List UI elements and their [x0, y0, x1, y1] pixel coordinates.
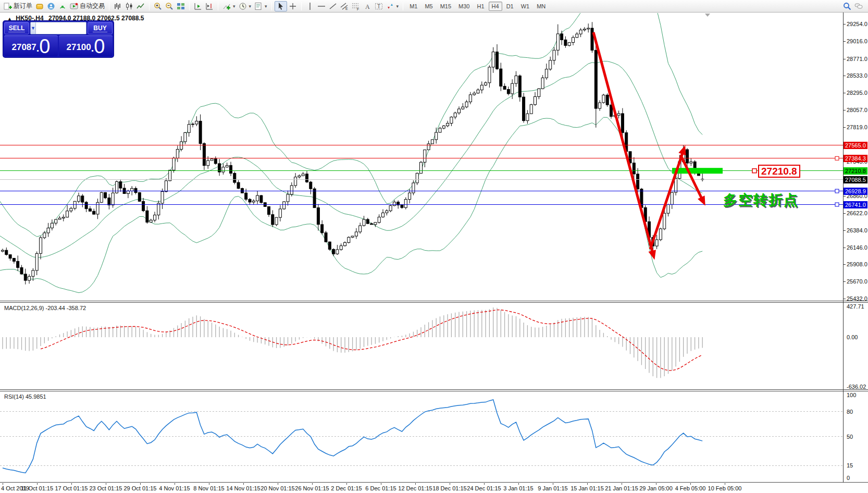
- time-tick: [415, 483, 416, 485]
- horizontal-line-tool-button[interactable]: [316, 1, 327, 11]
- line-chart-button[interactable]: [135, 1, 146, 11]
- time-tick: [622, 483, 622, 485]
- panel-separator[interactable]: [0, 389, 868, 390]
- separator: [149, 2, 150, 10]
- axis-tick: [843, 59, 846, 59]
- tf-button-H1[interactable]: H1: [474, 2, 488, 11]
- chart-shift-button[interactable]: [204, 1, 215, 11]
- candlestick-chart-icon: [125, 2, 133, 10]
- time-tick: [690, 483, 691, 485]
- text-icon: A: [363, 2, 371, 10]
- volume-decrease-button[interactable]: ▼: [31, 22, 36, 34]
- price-tag-label: 27210.8: [758, 165, 800, 178]
- indicators-button[interactable]: ▾: [221, 1, 237, 11]
- panel-separator[interactable]: [0, 391, 868, 391]
- trendline-tool-button[interactable]: [327, 1, 339, 11]
- tf-button-H4[interactable]: H4: [489, 2, 502, 11]
- templates-button[interactable]: ▾: [253, 1, 269, 11]
- auto-scroll-icon: [194, 2, 202, 10]
- auto-scroll-button[interactable]: [192, 1, 204, 11]
- rsi-axis-label: 100: [847, 392, 856, 398]
- community-button[interactable]: [45, 1, 57, 11]
- text-label-icon: T: [375, 2, 383, 10]
- price-axis-label: 25908.0: [847, 261, 867, 267]
- time-axis-label: 3 Jan 01:15: [503, 485, 534, 491]
- buy-button[interactable]: BUY: [88, 22, 113, 34]
- tf-button-M5[interactable]: M5: [421, 2, 436, 11]
- chart-drag-marker: [705, 14, 710, 17]
- crosshair-tool-button[interactable]: [287, 1, 299, 11]
- time-tick: [175, 483, 175, 485]
- periods-button[interactable]: ▾: [237, 1, 253, 11]
- price-axis[interactable]: 29254.029016.028771.028533.028295.028057…: [843, 13, 868, 483]
- time-axis[interactable]: 4 Oct 201911 Oct 01:1517 Oct 01:1523 Oct…: [0, 483, 843, 493]
- tf-button-D1[interactable]: D1: [503, 2, 517, 11]
- vertical-line-tool-button[interactable]: [304, 1, 316, 11]
- line-chart-icon: [137, 2, 145, 10]
- price-axis-label: 25670.0: [847, 278, 867, 285]
- tile-windows-button[interactable]: [175, 1, 187, 11]
- arrows-icon: [386, 2, 394, 10]
- channel-icon: E: [340, 2, 349, 10]
- bar-chart-button[interactable]: [112, 1, 123, 11]
- price-axis-label: 26146.0: [847, 244, 867, 251]
- axis-tick: [843, 281, 846, 282]
- buy-price[interactable]: 27100.0: [59, 35, 113, 56]
- time-axis-label: 18 Dec 01:15: [432, 485, 466, 491]
- text-label-tool-button[interactable]: T: [373, 1, 385, 11]
- volume-input[interactable]: [36, 22, 86, 34]
- panel-separator[interactable]: [0, 302, 868, 303]
- rsi-axis-label: 50: [847, 434, 853, 440]
- time-axis-label: 17 Oct 01:15: [55, 485, 88, 491]
- price-level-label: 26741.0: [844, 201, 867, 208]
- axis-tick: [843, 93, 846, 93]
- cursor-tool-button[interactable]: [275, 1, 287, 11]
- axis-tick: [843, 127, 846, 128]
- tf-button-M15[interactable]: M15: [437, 2, 454, 11]
- tf-button-MN[interactable]: MN: [534, 2, 549, 11]
- panel-separator[interactable]: [0, 301, 868, 301]
- one-click-trade-panel: SELL ▼ ▲ BUY 27087.0 27100.0: [3, 21, 114, 57]
- price-axis-label: 28771.0: [847, 56, 867, 62]
- deposit-button[interactable]: [34, 1, 45, 11]
- zoom-out-button[interactable]: [164, 1, 175, 11]
- price-chart[interactable]: [0, 13, 843, 300]
- tf-button-M1[interactable]: M1: [406, 2, 420, 11]
- sell-price[interactable]: 27087.0: [4, 35, 58, 56]
- price-axis-label: 25432.0: [847, 295, 867, 302]
- chat-icon[interactable]: [854, 2, 863, 10]
- time-axis-label: 2 Dec 01:15: [331, 485, 362, 491]
- time-axis-label: 29 Jan 05:00: [639, 485, 673, 491]
- fibonacci-tool-button[interactable]: F: [350, 1, 362, 11]
- tf-button-W1[interactable]: W1: [518, 2, 533, 11]
- equidistant-channel-tool-button[interactable]: E: [339, 1, 350, 11]
- tf-button-M30[interactable]: M30: [455, 2, 473, 11]
- macd-label: MACD(12,26,9) -203.44 -358.72: [4, 305, 86, 311]
- time-tick: [381, 483, 381, 485]
- candlestick-chart-button[interactable]: [123, 1, 135, 11]
- zoom-out-icon: [165, 2, 173, 10]
- arrows-tool-button[interactable]: ▾: [385, 1, 401, 11]
- time-axis-label: 20 Nov 01:15: [261, 485, 294, 491]
- price-axis-label: 29016.0: [847, 38, 867, 44]
- new-order-label: 新订单: [14, 2, 32, 10]
- separator: [403, 2, 403, 10]
- macd-panel[interactable]: [0, 303, 843, 389]
- time-tick: [106, 483, 106, 485]
- search-icon[interactable]: [843, 2, 851, 10]
- axis-tick: [843, 264, 846, 265]
- sell-button[interactable]: SELL: [4, 22, 29, 34]
- signals-button[interactable]: [57, 1, 68, 11]
- text-tool-button[interactable]: A: [362, 1, 373, 11]
- price-axis-label: 28533.0: [847, 72, 867, 79]
- dropdown-caret: ▾: [265, 4, 267, 9]
- separator: [271, 2, 272, 10]
- indicators-icon: [222, 2, 231, 10]
- new-order-button[interactable]: 新订单: [2, 1, 34, 11]
- time-axis-label: 11 Oct 01:15: [21, 485, 53, 491]
- zoom-in-button[interactable]: [152, 1, 164, 11]
- chart-bottom-border: [0, 482, 868, 483]
- axis-tick: [843, 24, 846, 24]
- autotrading-button[interactable]: 自动交易: [68, 1, 106, 11]
- rsi-panel[interactable]: [0, 392, 843, 482]
